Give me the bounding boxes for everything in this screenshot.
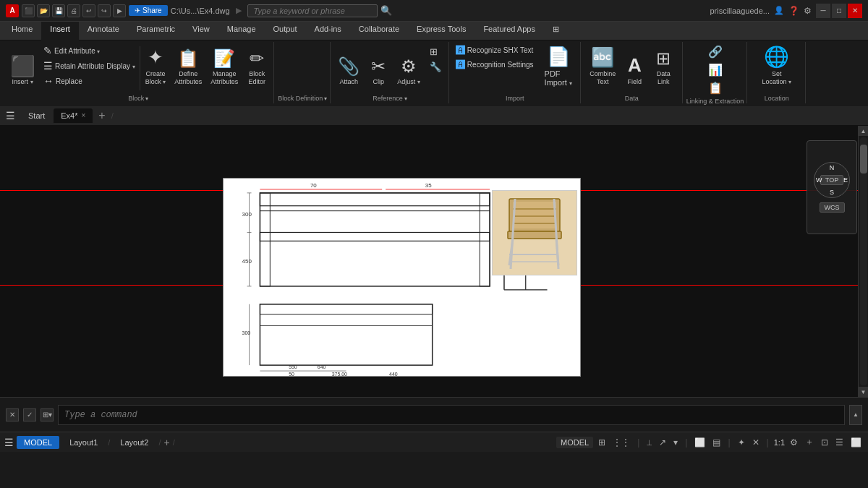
play-icon[interactable]: ▶ bbox=[113, 4, 126, 17]
link-extract-btn3[interactable]: 📋 bbox=[705, 80, 726, 96]
viewport-icon[interactable]: ⊡ bbox=[819, 436, 830, 449]
set-location-button[interactable]: 🌐 SetLocation ▾ bbox=[759, 43, 796, 88]
share-button[interactable]: ✈ Share bbox=[129, 5, 168, 16]
ref-extra-btn1[interactable]: ⊞ bbox=[427, 45, 444, 59]
layout1-tab[interactable]: Layout1 bbox=[62, 436, 105, 449]
compass-rose[interactable]: N S E W TOP bbox=[814, 162, 850, 198]
view-top-button[interactable]: TOP bbox=[820, 175, 843, 185]
combine-text-button[interactable]: 🔤 CombineText bbox=[586, 43, 619, 88]
cmd-scroll-btn[interactable]: ▲ bbox=[849, 405, 862, 425]
keyword-search[interactable] bbox=[247, 4, 378, 17]
wcs-button[interactable]: WCS bbox=[820, 202, 845, 213]
tab-addins[interactable]: Add-ins bbox=[306, 22, 350, 40]
link-ext1-icon: 🔗 bbox=[708, 45, 723, 59]
open-icon[interactable]: 📂 bbox=[37, 4, 50, 17]
transparency-icon[interactable]: ▤ bbox=[710, 436, 723, 449]
data-link-button[interactable]: ⊞ DataLink bbox=[650, 43, 677, 88]
polar-icon[interactable]: ↗ bbox=[657, 436, 668, 449]
tab-add-button[interactable]: + bbox=[95, 109, 108, 122]
new-icon[interactable]: ⬛ bbox=[22, 4, 35, 17]
tab-express[interactable]: Express Tools bbox=[408, 22, 475, 40]
tab-apps-grid[interactable]: ⊞ bbox=[544, 22, 568, 40]
tab-parametric[interactable]: Parametric bbox=[128, 22, 184, 40]
close-button[interactable]: ✕ bbox=[848, 4, 862, 18]
gizmo-icon[interactable]: ✕ bbox=[750, 436, 762, 449]
tab-insert[interactable]: Insert bbox=[41, 22, 79, 40]
save-icon[interactable]: 💾 bbox=[52, 4, 65, 17]
undo-icon[interactable]: ↩ bbox=[82, 4, 95, 17]
tab-start[interactable]: Start bbox=[22, 108, 51, 123]
linking-group-label[interactable]: Linking & Extraction bbox=[686, 98, 744, 105]
cmd-dropdown-btn[interactable]: ⊞▾ bbox=[41, 408, 54, 421]
define-attributes-button[interactable]: 📋 DefineAttributes bbox=[171, 43, 205, 88]
full-icon[interactable]: ⬜ bbox=[848, 436, 864, 449]
grid-icon[interactable]: ⊞ bbox=[596, 436, 608, 449]
ortho-icon[interactable]: ⟂ bbox=[644, 436, 654, 449]
tab-annotate[interactable]: Annotate bbox=[79, 22, 128, 40]
command-input[interactable] bbox=[58, 405, 845, 425]
layout-add-button[interactable]: + bbox=[164, 437, 170, 448]
user-name[interactable]: priscillaaguede... bbox=[710, 7, 770, 15]
data-group-label[interactable]: Data bbox=[625, 95, 639, 102]
layout2-tab[interactable]: Layout2 bbox=[113, 436, 156, 449]
block-group-label[interactable]: Block ▾ bbox=[128, 95, 148, 102]
settings-icon[interactable]: ⚙ bbox=[804, 6, 812, 16]
edit-attribute-button[interactable]: ✎ Edit Attribute ▾ bbox=[41, 43, 138, 58]
tab-output[interactable]: Output bbox=[265, 22, 306, 40]
osnap-icon[interactable]: ▾ bbox=[671, 436, 680, 449]
scroll-down-arrow[interactable]: ▼ bbox=[859, 387, 869, 397]
cmd-check-btn[interactable]: ✓ bbox=[23, 408, 36, 421]
help-icon[interactable]: ❓ bbox=[788, 6, 799, 16]
scroll-up-arrow[interactable]: ▲ bbox=[859, 126, 869, 136]
drawing-viewport[interactable]: 70 35 300 bbox=[223, 178, 581, 377]
insert-button[interactable]: ⬛ Insert ▾ bbox=[6, 43, 39, 88]
clean-icon[interactable]: ☰ bbox=[833, 436, 846, 449]
retain-attribute-button[interactable]: ☰ Retain Attribute Display ▾ bbox=[41, 59, 138, 73]
field-button[interactable]: A Field bbox=[621, 43, 648, 88]
tab-collaborate[interactable]: Collaborate bbox=[350, 22, 408, 40]
link-extract-btn1[interactable]: 🔗 bbox=[705, 43, 726, 60]
scrollbar-vertical[interactable]: ▲ ▼ bbox=[858, 126, 868, 397]
pdf-import-button[interactable]: 📄 PDFImport ▾ bbox=[540, 43, 577, 88]
menu-hamburger-icon[interactable]: ☰ bbox=[6, 110, 15, 121]
model-tab[interactable]: MODEL bbox=[17, 436, 59, 449]
tab-manage[interactable]: Manage bbox=[218, 22, 265, 40]
settings-gear-icon[interactable]: ⚙ bbox=[788, 436, 800, 449]
tab-ex4[interactable]: Ex4* × bbox=[54, 108, 93, 123]
maximize-button[interactable]: □ bbox=[832, 4, 846, 18]
field-label: Field bbox=[628, 78, 642, 86]
print-icon[interactable]: 🖨 bbox=[67, 4, 80, 17]
manage-attributes-button[interactable]: 📝 ManageAttributes bbox=[207, 43, 242, 88]
app-logo[interactable]: A bbox=[6, 4, 19, 17]
attach-button[interactable]: 📎 Attach bbox=[334, 43, 363, 88]
minimize-button[interactable]: ─ bbox=[816, 4, 830, 18]
canvas-area[interactable]: 70 35 300 bbox=[0, 126, 868, 397]
tab-view[interactable]: View bbox=[184, 22, 218, 40]
lineweight-icon[interactable]: ⬜ bbox=[692, 436, 707, 449]
import-group-label[interactable]: Import bbox=[506, 95, 524, 102]
link-extract-btn2[interactable]: 📊 bbox=[705, 61, 726, 78]
tab-featured[interactable]: Featured Apps bbox=[475, 22, 544, 40]
status-hamburger-icon[interactable]: ☰ bbox=[4, 437, 14, 448]
tab-home[interactable]: Home bbox=[3, 22, 41, 40]
recognize-shx-button[interactable]: 🅰 Recognize SHX Text bbox=[453, 43, 537, 57]
block-def-label[interactable]: Block Definition ▾ bbox=[278, 95, 327, 102]
reference-group-label[interactable]: Reference ▾ bbox=[373, 95, 407, 102]
tab-close-icon[interactable]: × bbox=[81, 111, 85, 119]
ref-extra-btn2[interactable]: 🔧 bbox=[427, 60, 444, 74]
plus-icon[interactable]: ＋ bbox=[803, 435, 816, 450]
clip-button[interactable]: ✂ Clip bbox=[365, 43, 392, 88]
create-block-button[interactable]: ✦ CreateBlock ▾ bbox=[142, 43, 170, 88]
replace-button[interactable]: ↔ Replace bbox=[41, 74, 138, 88]
cmd-close-btn[interactable]: ✕ bbox=[6, 408, 19, 421]
selection-icon[interactable]: ✦ bbox=[736, 436, 747, 449]
adjust-button[interactable]: ⚙ Adjust ▾ bbox=[393, 43, 424, 88]
snap-icon[interactable]: ⋮⋮ bbox=[610, 436, 632, 449]
search-icon[interactable]: 🔍 bbox=[380, 5, 392, 16]
scroll-thumb[interactable] bbox=[860, 145, 867, 174]
block-editor-button[interactable]: ✏ BlockEditor bbox=[243, 43, 271, 88]
share-icon: ✈ bbox=[135, 7, 140, 14]
location-group-label[interactable]: Location bbox=[765, 95, 789, 102]
recognition-settings-button[interactable]: 🅰 Recognition Settings bbox=[453, 58, 537, 72]
redo-icon[interactable]: ↪ bbox=[98, 4, 111, 17]
